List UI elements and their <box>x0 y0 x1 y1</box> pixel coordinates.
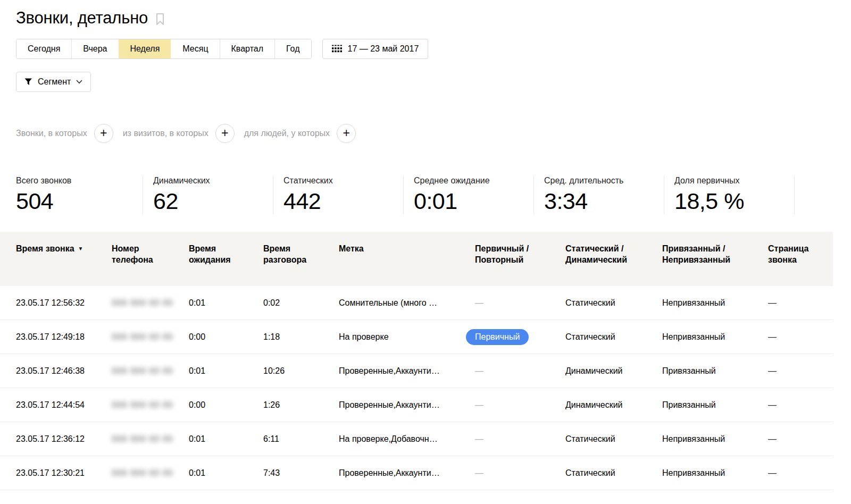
primary-status: — <box>475 468 483 477</box>
phone-number-redacted: 000 000 00 00 <box>112 434 173 443</box>
chevron-down-icon <box>76 80 82 84</box>
stat-label: Сред. длительность <box>544 176 656 186</box>
talk-time: 1:26 <box>263 400 339 410</box>
segment-label: Сегмент <box>38 77 71 87</box>
static-dynamic: Динамический <box>565 366 662 376</box>
phone-number-redacted: 000 000 00 00 <box>112 332 173 341</box>
call-page: — <box>768 366 777 375</box>
phone-number-redacted: 000 000 00 00 <box>112 468 173 477</box>
segment-button[interactable]: Сегмент <box>16 72 91 92</box>
phone-number-redacted: 000 000 00 00 <box>112 400 173 409</box>
call-page: — <box>768 332 777 341</box>
call-label: Проверенные,Аккаунти… <box>339 400 475 410</box>
period-tab-group: Сегодня Вчера Неделя Месяц Квартал Год <box>16 39 312 59</box>
add-visit-filter-button[interactable]: + <box>215 124 235 143</box>
static-dynamic: Динамический <box>565 400 662 410</box>
binding-status: Непривязанный <box>662 434 768 444</box>
column-header-primary[interactable]: Первичный / Повторный <box>475 243 565 286</box>
column-header-phone[interactable]: Номер телефона <box>112 243 189 286</box>
phone-number-redacted: 000 000 00 00 <box>112 298 173 307</box>
call-time: 23.05.17 12:36:12 <box>16 434 112 444</box>
stat-label: Статических <box>283 176 396 186</box>
wait-time: 0:01 <box>189 468 263 478</box>
column-header-call-time[interactable]: Время звонка▼ <box>16 243 112 286</box>
stat-value: 0:01 <box>414 188 526 214</box>
add-call-filter-button[interactable]: + <box>94 124 113 143</box>
call-page: — <box>768 468 777 477</box>
add-people-filter-button[interactable]: + <box>337 124 356 143</box>
stat-dynamic: Динамических 62 <box>143 176 273 214</box>
talk-time: 7:43 <box>263 468 339 478</box>
call-time: 23.05.17 12:49:18 <box>16 332 112 342</box>
tab-yesterday[interactable]: Вчера <box>71 39 118 58</box>
talk-time: 6:11 <box>263 434 339 444</box>
sort-desc-icon[interactable]: ▼ <box>78 246 84 251</box>
table-row: 23.05.17 12:46:38 000 000 00 00 0:01 10:… <box>0 354 833 388</box>
column-header-page[interactable]: Страница звонка <box>768 243 833 286</box>
stat-static: Статических 442 <box>273 176 403 214</box>
stat-value: 3:34 <box>544 188 656 214</box>
tab-today[interactable]: Сегодня <box>16 39 71 58</box>
date-range-label: 17 — 23 май 2017 <box>348 44 419 54</box>
tab-year[interactable]: Год <box>274 39 311 58</box>
binding-status: Привязанный <box>662 366 768 376</box>
table-row: 23.05.17 12:44:54 000 000 00 00 0:00 1:2… <box>0 388 833 422</box>
binding-status: Непривязанный <box>662 332 768 342</box>
wait-time: 0:01 <box>189 434 263 444</box>
table-header: Время звонка▼ Номер телефона Время ожида… <box>0 232 833 286</box>
filter-people-label: для людей, у которых <box>244 129 330 138</box>
stat-avg-duration: Сред. длительность 3:34 <box>533 176 664 214</box>
stat-avg-wait: Среднее ожидание 0:01 <box>403 176 533 214</box>
column-header-wait-time[interactable]: Время ожидания <box>189 243 263 286</box>
date-range-button[interactable]: 17 — 23 май 2017 <box>322 39 429 59</box>
stat-value: 504 <box>16 188 135 214</box>
static-dynamic: Статический <box>565 468 662 478</box>
primary-status-badge: Первичный <box>466 329 529 345</box>
plus-icon: + <box>343 127 349 139</box>
table-row: 23.05.17 12:36:12 000 000 00 00 0:01 6:1… <box>0 422 833 456</box>
tab-week[interactable]: Неделя <box>119 39 171 58</box>
bookmark-icon[interactable] <box>155 13 165 26</box>
call-label: Проверенные,Аккаунти… <box>339 468 475 478</box>
stat-label: Всего звонков <box>16 176 135 186</box>
stat-total-calls: Всего звонков 504 <box>16 176 143 214</box>
column-header-type[interactable]: Статический / Динамический <box>565 243 662 286</box>
call-time: 23.05.17 12:44:54 <box>16 400 112 410</box>
wait-time: 0:00 <box>189 400 263 410</box>
summary-stats: Всего звонков 504 Динамических 62 Статич… <box>16 176 851 214</box>
primary-status: — <box>475 434 483 443</box>
calls-table: Время звонка▼ Номер телефона Время ожида… <box>0 232 833 490</box>
tab-quarter[interactable]: Квартал <box>220 39 274 58</box>
page-header: Звонки, детально <box>16 0 851 28</box>
primary-status: — <box>475 400 483 409</box>
tab-month[interactable]: Месяц <box>171 39 219 58</box>
page-title: Звонки, детально <box>16 9 148 28</box>
call-time: 23.05.17 12:30:21 <box>16 468 112 478</box>
column-header-label[interactable]: Метка <box>339 243 475 286</box>
primary-status: — <box>475 298 483 307</box>
period-toolbar: Сегодня Вчера Неделя Месяц Квартал Год 1… <box>16 39 851 59</box>
static-dynamic: Статический <box>565 434 662 444</box>
call-page: — <box>768 434 777 443</box>
filter-visits-label: из визитов, в которых <box>123 129 208 138</box>
call-time: 23.05.17 12:46:38 <box>16 366 112 376</box>
call-label: На проверке,Добавочн… <box>339 434 475 444</box>
wait-time: 0:01 <box>189 366 263 376</box>
column-header-talk-time[interactable]: Время разговора <box>263 243 339 286</box>
binding-status: Непривязанный <box>662 298 768 308</box>
call-label: На проверке <box>339 332 475 342</box>
primary-status: — <box>475 366 483 375</box>
calls-detail-page: Звонки, детально Сегодня Вчера Неделя Ме… <box>0 0 851 490</box>
stat-first-time-share: Доля первичных 18,5 % <box>664 176 794 214</box>
phone-number-redacted: 000 000 00 00 <box>112 366 173 375</box>
stat-label: Доля первичных <box>674 176 787 186</box>
plus-icon: + <box>100 127 107 139</box>
wait-time: 0:00 <box>189 332 263 342</box>
stat-label: Среднее ожидание <box>414 176 526 186</box>
talk-time: 0:02 <box>263 298 339 308</box>
static-dynamic: Статический <box>565 332 662 342</box>
funnel-icon <box>24 78 32 86</box>
column-header-binding[interactable]: Привязанный / Непривязанный <box>662 243 768 286</box>
wait-time: 0:01 <box>189 298 263 308</box>
call-label: Сомнительные (много … <box>339 298 475 308</box>
